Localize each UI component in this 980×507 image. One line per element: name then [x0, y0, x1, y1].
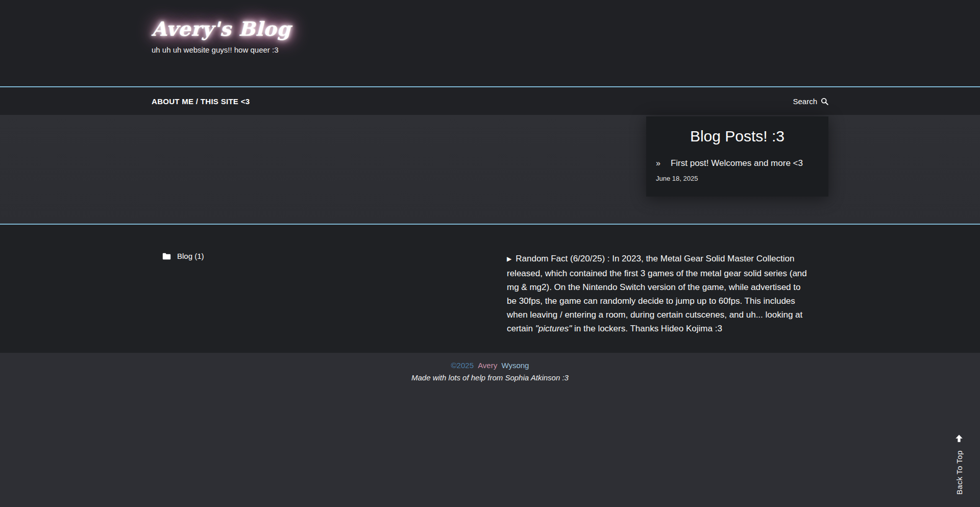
random-fact-text: Random Fact (6/20/25) : In 2023, the Met… — [507, 254, 807, 333]
arrow-up-icon — [954, 434, 964, 445]
back-to-top-label: Back To Top — [955, 450, 964, 495]
search-label: Search — [793, 97, 817, 106]
blog-posts-panel: Blog Posts! :3 » First post! Welcomes an… — [646, 116, 828, 197]
site-logo[interactable]: Avery's Blog — [152, 17, 291, 40]
double-chevron-icon: » — [656, 159, 660, 168]
folder-icon — [162, 253, 171, 260]
copyright-name-last[interactable]: Wysong — [501, 361, 529, 370]
copyright: ©2025 Avery Wysong — [0, 361, 980, 370]
post-date: June 18, 2025 — [656, 175, 819, 182]
post-link[interactable]: First post! Welcomes and more <3 — [671, 158, 803, 168]
category-link-blog[interactable]: Blog (1) — [162, 252, 204, 260]
site-footer: ©2025 Avery Wysong Made with lots of hel… — [0, 353, 980, 506]
copyright-name-first[interactable]: Avery — [478, 361, 497, 370]
random-fact-text-end: in the lockers. Thanks Hideo Kojima :3 — [572, 324, 722, 333]
site-tagline: uh uh uh website guys!! how queer :3 — [152, 45, 828, 54]
triangle-marker-icon[interactable]: ▶ — [507, 252, 511, 266]
nav-link-about[interactable]: ABOUT ME / THIS SITE <3 — [152, 97, 250, 106]
footer-widgets: Blog (1) ▶Random Fact (6/20/25) : In 202… — [0, 225, 980, 353]
main-nav: ABOUT ME / THIS SITE <3 Search — [0, 87, 980, 115]
back-to-top-button[interactable]: Back To Top — [954, 434, 964, 495]
main-content: Blog Posts! :3 » First post! Welcomes an… — [0, 115, 980, 225]
random-fact-italic: "pictures" — [535, 324, 572, 333]
category-label: Blog (1) — [177, 252, 204, 260]
random-fact-widget: ▶Random Fact (6/20/25) : In 2023, the Me… — [507, 252, 808, 335]
search-toggle[interactable]: Search — [793, 97, 828, 106]
search-icon — [821, 98, 828, 105]
categories-widget: Blog (1) — [152, 252, 204, 335]
blog-posts-title: Blog Posts! :3 — [656, 128, 819, 145]
copyright-year: ©2025 — [451, 361, 474, 370]
post-list-item[interactable]: » First post! Welcomes and more <3 — [656, 158, 819, 168]
site-header: Avery's Blog uh uh uh website guys!! how… — [0, 0, 980, 87]
site-credit: Made with lots of help from Sophia Atkin… — [0, 373, 980, 382]
